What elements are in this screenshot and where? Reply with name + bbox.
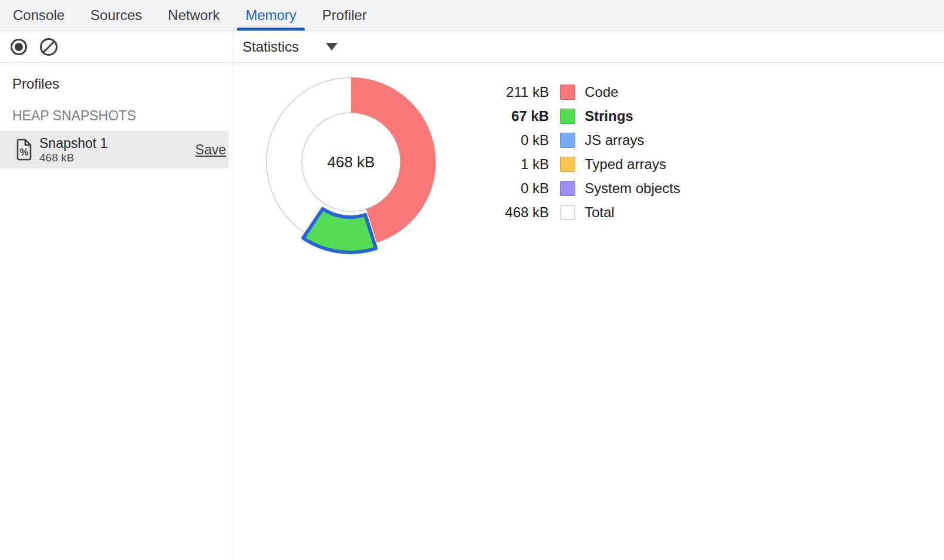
legend-label: Total [585,204,615,221]
triangle-down-icon [326,43,338,50]
snapshot-list-item[interactable]: % Snapshot 1 468 kB Save [0,131,228,168]
devtools-tab-bar: Console Sources Network Memory Profiler [0,0,944,31]
block-icon [39,37,59,57]
legend-label: Code [585,84,618,100]
statistics-donut-chart: 468 kB [257,68,445,274]
perspective-select-value: Statistics [242,39,299,55]
tab-sources[interactable]: Sources [82,0,150,31]
legend-value: 468 kB [484,204,549,221]
legend-swatch [560,85,575,100]
tab-console[interactable]: Console [5,0,73,31]
snapshot-title: Snapshot 1 [39,136,107,151]
document-percent-icon: % [15,139,33,161]
sidebar-title: Profiles [12,76,234,92]
tab-profiler[interactable]: Profiler [314,0,375,31]
legend-label: JS arrays [585,132,644,149]
svg-text:%: % [19,147,28,158]
legend-row-system-objects[interactable]: 0 kB System objects [484,176,680,200]
tab-network[interactable]: Network [160,0,228,31]
heap-snapshots-heading: HEAP SNAPSHOTS [12,108,234,124]
profiles-sidebar: Profiles HEAP SNAPSHOTS % Snapshot 1 468… [0,63,234,559]
snapshot-size: 468 kB [39,151,107,164]
legend-value: 1 kB [484,156,549,173]
legend-value: 0 kB [484,132,549,149]
donut-slice-strings[interactable] [303,209,376,252]
legend-value: 67 kB [484,108,549,124]
tab-memory[interactable]: Memory [237,0,305,31]
legend-row-strings[interactable]: 67 kB Strings [484,104,680,128]
clear-profiles-button[interactable] [38,36,59,58]
legend-label: System objects [585,180,680,197]
legend-value: 211 kB [484,84,549,100]
statistics-view: 468 kB 211 kB Code 67 kB Strings 0 kB JS… [234,63,944,559]
legend-swatch [560,109,575,124]
profiles-toolbar [0,31,234,62]
memory-panel-toolbar: Statistics [0,31,944,63]
legend-swatch [560,181,575,196]
save-snapshot-link[interactable]: Save [195,142,226,158]
legend-label: Typed arrays [585,156,666,173]
snapshot-info: Snapshot 1 468 kB [39,136,107,164]
record-icon [9,38,28,56]
perspective-select[interactable]: Statistics [242,39,338,55]
panel-content: Profiles HEAP SNAPSHOTS % Snapshot 1 468… [0,63,944,559]
legend-swatch [560,157,575,172]
legend-row-typed-arrays[interactable]: 1 kB Typed arrays [484,152,680,176]
record-heap-snapshot-button[interactable] [8,36,29,58]
chart-legend: 211 kB Code 67 kB Strings 0 kB JS arrays… [484,80,680,224]
legend-value: 0 kB [484,180,549,197]
legend-row-code[interactable]: 211 kB Code [484,80,680,104]
legend-row-js-arrays[interactable]: 0 kB JS arrays [484,128,680,152]
legend-swatch [560,205,575,220]
legend-swatch [560,133,575,148]
view-toolbar: Statistics [234,31,944,62]
donut-center-label: 468 kB [328,153,375,171]
legend-row-total[interactable]: 468 kB Total [484,200,680,224]
legend-label: Strings [585,108,633,124]
